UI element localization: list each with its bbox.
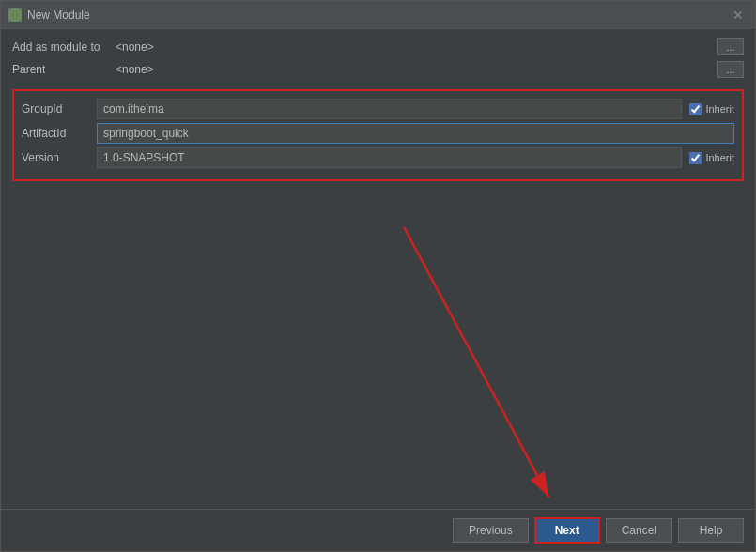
help-button[interactable]: Help (678, 518, 744, 543)
module-row-value: <none> (116, 40, 154, 54)
module-row-label: Add as module to (12, 40, 116, 54)
module-row: Add as module to <none> ... (12, 38, 744, 55)
artifactid-input[interactable] (97, 123, 734, 144)
parent-row-button[interactable]: ... (717, 61, 744, 78)
coordinates-section: GroupId Inherit ArtifactId Version Inher… (12, 89, 744, 181)
artifactid-label: ArtifactId (22, 127, 97, 140)
artifactid-row: ArtifactId (22, 123, 734, 144)
groupid-label: GroupId (22, 102, 97, 115)
dialog-footer: Previous Next Cancel Help (1, 509, 755, 551)
parent-row-label: Parent (12, 63, 116, 76)
version-inherit-row: Inherit (689, 152, 734, 164)
version-inherit-label: Inherit (705, 152, 734, 163)
close-button[interactable]: ✕ (729, 8, 748, 23)
version-label: Version (22, 151, 97, 164)
cancel-button[interactable]: Cancel (606, 518, 672, 543)
groupid-row: GroupId Inherit (22, 99, 734, 119)
version-row: Version Inherit (22, 147, 734, 168)
groupid-inherit-checkbox[interactable] (689, 103, 702, 115)
groupid-inherit-row: Inherit (689, 103, 734, 115)
dialog-icon (8, 8, 22, 22)
module-row-button[interactable]: ... (717, 38, 744, 55)
annotation-arrow (1, 217, 755, 509)
title-bar: New Module ✕ (1, 1, 755, 29)
groupid-inherit-label: Inherit (705, 103, 734, 115)
svg-line-1 (404, 227, 549, 498)
version-input[interactable] (97, 147, 682, 168)
parent-row-value: <none> (116, 63, 154, 76)
parent-row: Parent <none> ... (12, 61, 744, 78)
dialog-title: New Module (27, 8, 90, 22)
version-inherit-checkbox[interactable] (689, 152, 702, 164)
previous-button[interactable]: Previous (453, 518, 529, 543)
dialog-body: Add as module to <none> ... Parent <none… (1, 29, 755, 509)
groupid-input[interactable] (97, 99, 682, 119)
new-module-dialog: New Module ✕ Add as module to <none> ...… (0, 0, 756, 552)
next-button[interactable]: Next (534, 517, 600, 544)
